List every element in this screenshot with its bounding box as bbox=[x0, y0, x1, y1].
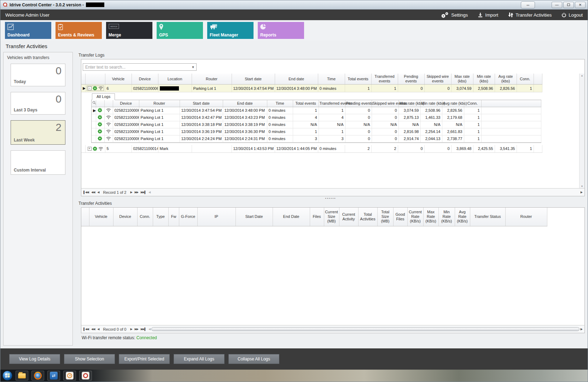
next-page-icon[interactable]: ▶▶ bbox=[135, 328, 138, 331]
column-header-good-files[interactable]: Good Files bbox=[393, 208, 407, 226]
column-header-start-date[interactable]: Start Date bbox=[235, 208, 273, 226]
horizontal-scrollbar[interactable]: ◀ ▶ bbox=[149, 190, 582, 195]
nav-tile-merge[interactable]: MERGEMerge bbox=[106, 22, 152, 39]
log-row[interactable]: +5025821100014Mark12/30/2014 1:43:53 PM1… bbox=[81, 145, 542, 153]
last-record-icon[interactable]: ▶▶▌ bbox=[141, 191, 146, 194]
interval-card-last-week[interactable]: 2Last Week bbox=[11, 120, 65, 145]
next-record-icon[interactable]: ▶ bbox=[130, 328, 132, 331]
sub-column-header-end-date[interactable]: End date bbox=[223, 100, 267, 107]
column-header-time[interactable]: Time bbox=[318, 74, 345, 85]
column-header-max-rate-kb-s[interactable]: Max Rate (KB/s) bbox=[423, 208, 438, 226]
vertical-scrollbar[interactable]: ▲ ▼ bbox=[579, 74, 584, 188]
idrive-app-icon[interactable] bbox=[79, 371, 92, 381]
chevron-down-icon[interactable]: ▼ bbox=[190, 65, 196, 69]
column-header-total-size-mb[interactable]: Total Size (MB) bbox=[377, 208, 393, 226]
column-header-router[interactable]: Router bbox=[192, 74, 232, 85]
all-logs-row[interactable]: 025821100006Parking Lot 112/30/2014 3:36… bbox=[92, 128, 541, 135]
expand-row-button[interactable]: + bbox=[88, 147, 92, 151]
column-header-avg-rate-kb-s[interactable]: Avg Rate (KB/s) bbox=[455, 208, 470, 226]
column-header-end-date[interactable]: End date bbox=[275, 74, 318, 85]
expand-all-logs-button[interactable]: Expand All Logs bbox=[174, 354, 225, 364]
all-logs-row[interactable]: 025821100006Parking Lot 112/30/2014 3:38… bbox=[92, 121, 541, 128]
column-header-transfer-status[interactable]: Transfer Status bbox=[470, 208, 505, 226]
search-combobox[interactable]: ▼ bbox=[83, 63, 197, 71]
column-header-type[interactable]: Type bbox=[153, 208, 168, 226]
prev-page-icon[interactable]: ◀◀ bbox=[91, 191, 95, 194]
close-button[interactable]: ✕ bbox=[575, 2, 586, 8]
column-header-max-rate-kbs[interactable]: Max rate (kbs) bbox=[451, 74, 473, 85]
last-record-icon[interactable]: ▶▶▌ bbox=[141, 328, 146, 331]
column-header-fw[interactable]: Fw bbox=[168, 208, 179, 226]
export-print-selected-button[interactable]: Export/Print Selected bbox=[119, 354, 170, 364]
column-header-transferred-events[interactable]: Transferred events bbox=[371, 74, 398, 85]
sub-column-header-avg-rate-kbs[interactable]: Avg rate (kbs) bbox=[442, 100, 464, 107]
prev-record-icon[interactable]: ◀ bbox=[97, 191, 99, 194]
sub-column-header-transferred-events[interactable]: Transferred events bbox=[319, 100, 345, 107]
all-logs-row[interactable]: ▶025821100006Parking Lot 112/30/2014 3:4… bbox=[92, 107, 541, 114]
column-header-conn[interactable]: Conn. bbox=[517, 74, 534, 85]
view-log-details-button[interactable]: View Log Details bbox=[9, 354, 60, 364]
window-resize-button[interactable]: ⇔ bbox=[521, 1, 535, 8]
prev-record-icon[interactable]: ◀ bbox=[97, 328, 99, 331]
panel-splitter[interactable]: •••••• bbox=[76, 196, 585, 200]
first-record-icon[interactable]: ▌◀◀ bbox=[83, 328, 89, 331]
sub-column-header-router[interactable]: Router bbox=[139, 100, 180, 107]
interval-card-last-3-days[interactable]: 0Last 3 Days bbox=[11, 92, 65, 115]
column-header-avg-rate-kbs[interactable]: Avg rate (kbs) bbox=[495, 74, 517, 85]
transfer-activities-button[interactable]: Transfer Activities bbox=[508, 12, 552, 18]
sub-column-header-min-rate-kbs[interactable]: Min rate (kbs) bbox=[420, 100, 442, 107]
column-header-end-date[interactable]: End Date bbox=[273, 208, 310, 226]
explorer-icon[interactable] bbox=[16, 371, 28, 381]
next-record-icon[interactable]: ▶ bbox=[130, 191, 132, 194]
import-button[interactable]: Import bbox=[478, 12, 498, 18]
scroll-down-icon[interactable]: ▼ bbox=[581, 185, 583, 187]
column-header-vehicle[interactable]: Vehicle bbox=[105, 74, 132, 85]
logout-button[interactable]: Logout bbox=[561, 12, 583, 18]
log-row[interactable]: ▶−6025821100006Parking Lot 112/30/2014 3… bbox=[81, 85, 542, 92]
nav-tile-fleet-manager[interactable]: Fleet Manager bbox=[207, 22, 254, 39]
nav-tile-reports[interactable]: Reports bbox=[258, 22, 304, 39]
firefox-icon[interactable] bbox=[31, 371, 44, 381]
clock-app-icon[interactable] bbox=[63, 371, 76, 381]
scroll-up-icon[interactable]: ▲ bbox=[581, 74, 583, 77]
column-header-device[interactable]: Device bbox=[132, 74, 158, 85]
column-header-location[interactable]: Location bbox=[158, 74, 192, 85]
interval-card-today[interactable]: 0Today bbox=[11, 64, 65, 86]
column-header-min-rate-kbs[interactable]: Min rate (kbs) bbox=[473, 74, 495, 85]
column-header-g-force[interactable]: G-Force bbox=[179, 208, 197, 226]
nav-tile-dashboard[interactable]: Dashboard bbox=[5, 22, 51, 39]
column-header-total-activities[interactable]: Total Activities bbox=[358, 208, 377, 226]
all-logs-row[interactable]: 025821100006Parking Lot 112/30/2014 2:24… bbox=[92, 135, 541, 142]
show-selection-button[interactable]: Show Selection bbox=[64, 354, 115, 364]
sub-column-header-start-date[interactable]: Start date bbox=[180, 100, 223, 107]
search-input[interactable] bbox=[83, 65, 190, 70]
sub-column-header-skipped-wire-events[interactable]: Skipped wire events bbox=[372, 100, 398, 107]
column-header-current-activity[interactable]: Current Activity bbox=[339, 208, 358, 226]
scroll-left-icon[interactable]: ◀ bbox=[149, 328, 150, 331]
sub-column-header-total-events[interactable]: Total events bbox=[293, 100, 319, 107]
first-record-icon[interactable]: ▌◀◀ bbox=[83, 191, 89, 194]
collapse-row-button[interactable]: − bbox=[88, 86, 92, 90]
scroll-right-icon[interactable]: ▶ bbox=[581, 328, 582, 331]
column-header-vehicle[interactable]: Vehicle bbox=[89, 208, 113, 226]
sub-column-header-pending-events[interactable]: Pending events bbox=[345, 100, 372, 107]
column-header-device[interactable]: Device bbox=[113, 208, 137, 226]
maximize-button[interactable] bbox=[563, 2, 574, 8]
column-header-min-rate-kb-s[interactable]: Min Rate (KB/s) bbox=[438, 208, 455, 226]
column-header-files[interactable]: Files bbox=[310, 208, 324, 226]
scroll-right-icon[interactable]: ▶ bbox=[581, 191, 582, 194]
all-logs-tab[interactable]: All Logs bbox=[92, 93, 115, 100]
nav-tile-events-reviews[interactable]: Events & Reviews bbox=[56, 22, 102, 39]
collapse-all-logs-button[interactable]: Collapse All Logs bbox=[228, 354, 279, 364]
column-header-current-rate-kb-s[interactable]: Current Rate (KB/s) bbox=[407, 208, 423, 226]
prev-page-icon[interactable]: ◀◀ bbox=[91, 328, 95, 331]
sub-column-header-device[interactable]: Device bbox=[113, 100, 139, 107]
column-header-total-events[interactable]: Total events bbox=[345, 74, 371, 85]
start-orb-icon[interactable] bbox=[2, 371, 12, 381]
horizontal-scrollbar[interactable]: ◀ ▶ bbox=[149, 327, 582, 331]
column-header-ip[interactable]: IP bbox=[197, 208, 235, 226]
column-header-router[interactable]: Router bbox=[505, 208, 547, 226]
scroll-left-icon[interactable]: ◀ bbox=[149, 191, 150, 194]
minimize-button[interactable]: — bbox=[552, 2, 562, 8]
column-header-conn[interactable]: Conn. bbox=[137, 208, 153, 226]
